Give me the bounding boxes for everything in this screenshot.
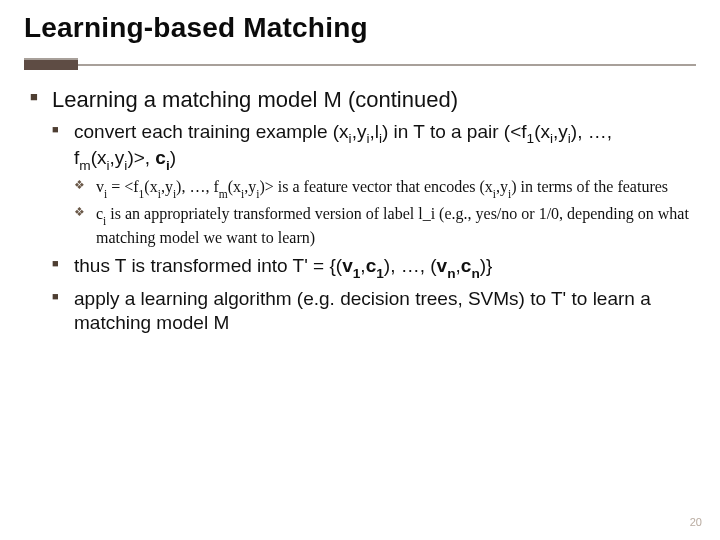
text-fragment: (x <box>91 147 107 168</box>
bold-subscript: i <box>166 158 170 173</box>
text-fragment: ), …, f <box>176 178 219 195</box>
text-fragment: v <box>96 178 104 195</box>
text-fragment: )} <box>480 255 493 276</box>
bold-subscript: n <box>447 266 455 281</box>
lvl2-item-convert: convert each training example (xi,yi,li)… <box>52 120 690 249</box>
subscript: 1 <box>139 188 145 200</box>
text-fragment: ,y <box>352 121 367 142</box>
page-number: 20 <box>690 516 702 528</box>
text-fragment: ,y <box>553 121 568 142</box>
text-fragment: (x <box>534 121 550 142</box>
text-fragment: is an appropriately transformed version … <box>96 205 689 245</box>
subscript: 1 <box>527 131 535 146</box>
slide-title: Learning-based Matching <box>24 12 696 44</box>
lvl2-item-thus: thus T is transformed into T' = {(v1,c1)… <box>52 254 690 281</box>
subscript: i <box>256 188 259 200</box>
rule-line <box>24 64 696 66</box>
subscript: i <box>508 188 511 200</box>
lvl3-item-ci: ci is an appropriately transformed versi… <box>74 204 690 248</box>
subscript: i <box>104 188 107 200</box>
subscript: i <box>568 131 571 146</box>
text-fragment: convert each training example (x <box>74 121 349 142</box>
rule-block <box>24 58 78 70</box>
text-fragment: ,y <box>244 178 256 195</box>
subscript: i <box>103 215 106 227</box>
subscript: i <box>173 188 176 200</box>
bold-subscript: n <box>471 266 479 281</box>
subscript: i <box>107 158 110 173</box>
subscript: i <box>158 188 161 200</box>
title-rule <box>24 54 696 68</box>
text-fragment: )> is a feature vector that encodes (x <box>259 178 492 195</box>
text-fragment: ) <box>170 147 176 168</box>
slide: Learning-based Matching Learning a match… <box>0 0 720 540</box>
bullet-list-lvl3: vi = <f1(xi,yi), …, fm(xi,yi)> is a feat… <box>74 177 690 248</box>
text-fragment: thus T is transformed into T' = {( <box>74 255 342 276</box>
bullet-list-lvl2: convert each training example (xi,yi,li)… <box>52 120 690 335</box>
text-fragment: ,y <box>161 178 173 195</box>
text-fragment: ) in terms of the features <box>511 178 668 195</box>
bold-fragment: v <box>342 255 353 276</box>
text-fragment: (x <box>144 178 157 195</box>
subscript: i <box>550 131 553 146</box>
bold-fragment: c <box>155 147 166 168</box>
text-fragment: ,y <box>110 147 125 168</box>
bold-fragment: c <box>461 255 472 276</box>
text-fragment: ), …, ( <box>384 255 437 276</box>
bold-subscript: 1 <box>353 266 361 281</box>
subscript: m <box>79 158 90 173</box>
text-fragment: ,l <box>369 121 379 142</box>
lvl2-text: apply a learning algorithm (e.g. decisio… <box>74 288 651 333</box>
subscript: i <box>493 188 496 200</box>
content-area: Learning a matching model M (continued) … <box>30 86 690 335</box>
bold-subscript: 1 <box>376 266 384 281</box>
subscript: i <box>379 131 382 146</box>
text-fragment: (x <box>228 178 241 195</box>
lvl1-item: Learning a matching model M (continued) … <box>30 86 690 335</box>
text-fragment: )>, <box>127 147 155 168</box>
text-fragment: = <f <box>107 178 138 195</box>
lvl3-item-vi: vi = <f1(xi,yi), …, fm(xi,yi)> is a feat… <box>74 177 690 200</box>
lvl2-item-apply: apply a learning algorithm (e.g. decisio… <box>52 287 690 335</box>
text-fragment: ,y <box>496 178 508 195</box>
bold-fragment: v <box>437 255 448 276</box>
subscript: m <box>219 188 228 200</box>
text-fragment: ) in T to a pair (<f <box>382 121 527 142</box>
subscript: i <box>241 188 244 200</box>
subscript: i <box>349 131 352 146</box>
subscript: i <box>124 158 127 173</box>
bold-fragment: c <box>366 255 377 276</box>
lvl1-text: Learning a matching model M (continued) <box>52 87 458 112</box>
bullet-list-lvl1: Learning a matching model M (continued) … <box>30 86 690 335</box>
